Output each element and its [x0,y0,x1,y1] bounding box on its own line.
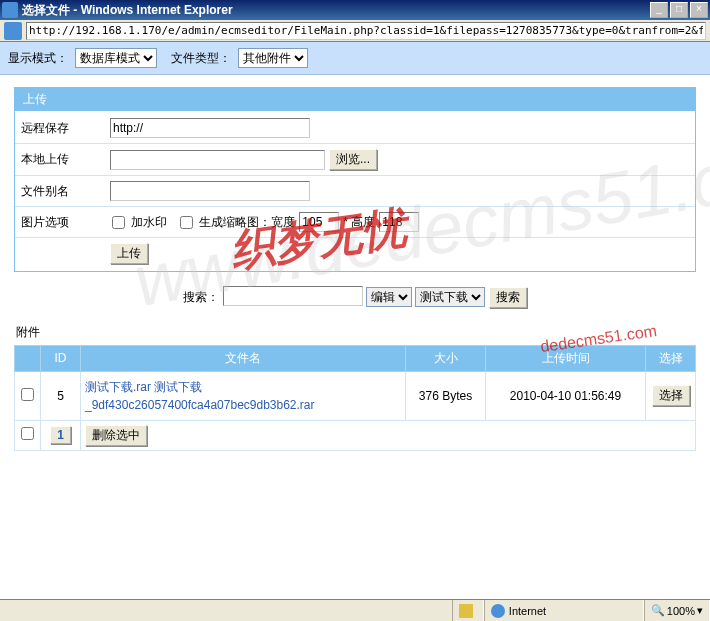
image-options-label: 图片选项 [15,214,110,231]
browse-button[interactable]: 浏览... [329,149,377,170]
search-scope1-select[interactable]: 编辑 [366,287,412,307]
page-number[interactable]: 1 [50,426,71,444]
row-size: 376 Bytes [406,371,486,420]
status-bar: Internet 🔍 100% ▾ [0,599,710,621]
search-scope2-select[interactable]: 测试下载 [415,287,485,307]
globe-icon [491,604,505,618]
col-filename: 文件名 [81,345,406,371]
search-button[interactable]: 搜索 [489,287,527,308]
select-button[interactable]: 选择 [652,385,690,406]
file-link-2[interactable]: _9df430c26057400fca4a07bec9db3b62.rar [85,398,315,412]
thumb-height-input[interactable] [379,212,419,232]
col-id: ID [41,345,81,371]
search-input[interactable] [223,286,363,306]
row-checkbox[interactable] [21,388,34,401]
zoom-control[interactable]: 🔍 100% ▾ [644,600,710,621]
refresh-icon[interactable] [4,22,22,40]
upload-button[interactable]: 上传 [110,243,148,264]
close-button[interactable]: × [690,2,708,18]
local-file-input[interactable] [110,150,325,170]
shield-icon [459,604,473,618]
file-alias-input[interactable] [110,181,310,201]
maximize-button[interactable]: □ [670,2,688,18]
upload-header: 上传 [15,88,695,111]
row-time: 2010-04-10 01:56:49 [486,371,646,420]
thumbnail-label: 生成缩略图：宽度 [199,214,295,231]
select-all-checkbox[interactable] [21,427,34,440]
ie-icon [2,2,18,18]
upload-panel: 上传 远程保存 本地上传 浏览... 文件别名 图片选项 [14,87,696,272]
row-filename: 测试下载.rar 测试下载 _9df430c26057400fca4a07bec… [81,371,406,420]
search-row: 搜索： 编辑 测试下载 搜索 [14,280,696,314]
local-upload-label: 本地上传 [15,151,110,168]
height-label: * 高度 [343,214,375,231]
mode-toolbar: 显示模式： 数据库模式 文件类型： 其他附件 [0,42,710,75]
file-alias-label: 文件别名 [15,183,110,200]
remote-save-label: 远程保存 [15,120,110,137]
minimize-button[interactable]: _ [650,2,668,18]
table-row: 5 测试下载.rar 测试下载 _9df430c26057400fca4a07b… [15,371,696,420]
watermark-checkbox[interactable] [112,216,125,229]
address-bar [0,20,710,42]
display-mode-select[interactable]: 数据库模式 [75,48,157,68]
watermark-label: 加水印 [131,214,167,231]
url-input[interactable] [26,22,706,40]
attachment-label: 附件 [16,324,696,341]
row-id: 5 [41,371,81,420]
file-link-1[interactable]: 测试下载.rar 测试下载 [85,380,202,394]
attachment-table: ID 文件名 大小 上传时间 选择 5 测试下载.rar 测试下载 _9df43… [14,345,696,451]
delete-selected-button[interactable]: 删除选中 [85,425,147,446]
file-type-label: 文件类型： [171,51,231,65]
col-size: 大小 [406,345,486,371]
thumb-width-input[interactable] [299,212,339,232]
window-titlebar: 选择文件 - Windows Internet Explorer _ □ × [0,0,710,20]
remote-url-input[interactable] [110,118,310,138]
zone-label: Internet [509,605,546,617]
search-label: 搜索： [183,290,219,304]
window-title: 选择文件 - Windows Internet Explorer [22,2,648,19]
col-select: 选择 [646,345,696,371]
thumbnail-checkbox[interactable] [180,216,193,229]
file-type-select[interactable]: 其他附件 [238,48,308,68]
display-mode-label: 显示模式： [8,51,68,65]
col-time: 上传时间 [486,345,646,371]
